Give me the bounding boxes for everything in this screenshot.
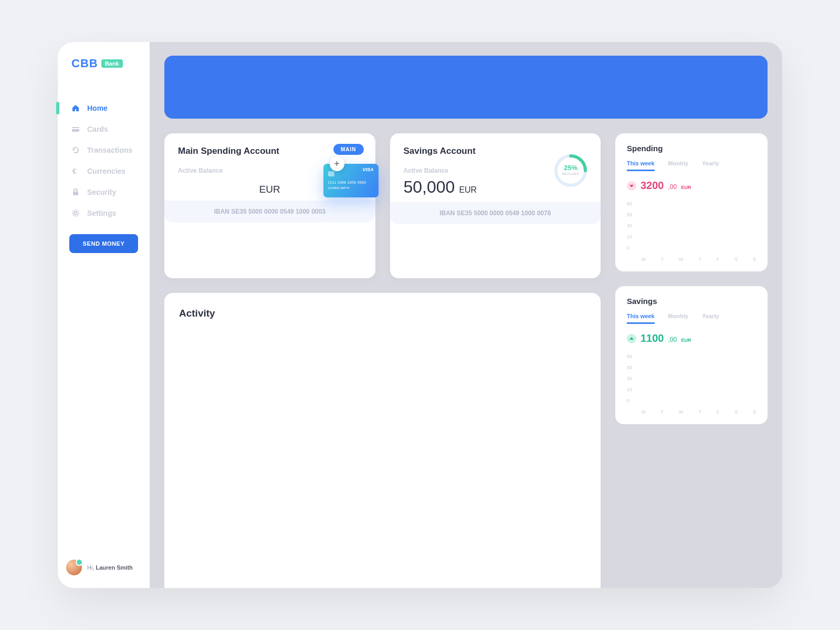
send-money-button[interactable]: SEND MONEY	[69, 234, 138, 253]
x-tick: S	[734, 257, 738, 262]
card-chip-icon	[328, 171, 334, 176]
refresh-icon	[71, 146, 80, 154]
goal-label: REACHED	[562, 172, 580, 175]
x-tick: W	[679, 257, 684, 262]
trend-down-icon	[627, 181, 636, 191]
main-content: Main Spending Account MAIN Active Balanc…	[150, 42, 782, 588]
savings-chart: 60 50 30 10 0 M T W T F S S	[627, 354, 756, 417]
tab-this-week[interactable]: This week	[627, 160, 655, 171]
x-tick: T	[660, 410, 664, 415]
x-tick: W	[679, 410, 684, 415]
tab-this-week[interactable]: This week	[627, 313, 655, 324]
credit-card[interactable]: + VISA 1111 2456 3456 4566 LAUREN SMITH	[323, 164, 379, 197]
activity-panel: Activity	[164, 293, 601, 589]
sidebar-item-transactions[interactable]: Transactions	[58, 140, 150, 161]
visa-logo: VISA	[362, 167, 373, 172]
svg-rect-1	[72, 128, 79, 129]
nav-label: Security	[87, 188, 116, 196]
y-axis: 60 50 30 10 0	[627, 201, 632, 250]
y-tick: 60	[627, 354, 632, 359]
sidebar-item-security[interactable]: Security	[58, 182, 150, 203]
nav-label: Settings	[87, 209, 116, 217]
activity-title: Activity	[179, 308, 586, 319]
svg-text:€: €	[72, 167, 77, 175]
add-card-button[interactable]: +	[330, 156, 344, 171]
iban-strip: IBAN SE35 5000 0000 0549 1000 0003	[164, 201, 375, 223]
stat-value: 3200	[640, 180, 664, 192]
nav-label: Transactions	[87, 146, 132, 154]
svg-point-5	[72, 210, 79, 216]
sidebar: CBB Bank Home Cards Transactions € Curre…	[58, 42, 150, 588]
logo-badge: Bank	[101, 59, 123, 68]
y-tick: 60	[627, 201, 632, 206]
stat-currency: EUR	[681, 338, 691, 343]
nav-label: Currencies	[87, 167, 125, 175]
tab-yearly[interactable]: Yearly	[702, 313, 719, 324]
x-tick: S	[734, 410, 738, 415]
stat-currency: EUR	[681, 185, 691, 190]
app-window: CBB Bank Home Cards Transactions € Curre…	[58, 42, 782, 588]
savings-stat: 1100,00 EUR	[627, 332, 756, 344]
tab-yearly[interactable]: Yearly	[702, 160, 719, 171]
y-tick: 30	[627, 223, 632, 228]
savings-widget: Savings This week Monhly Yearly 1100,00 …	[615, 286, 768, 424]
trend-up-icon	[627, 334, 636, 343]
widget-title: Spending	[627, 144, 756, 153]
sidebar-item-home[interactable]: Home	[58, 98, 150, 119]
gear-icon	[71, 209, 80, 217]
card-number: 1111 2456 3456 4566	[328, 181, 374, 184]
card-holder: LAUREN SMITH	[328, 186, 374, 190]
x-axis: M T W T F S S	[642, 257, 756, 262]
iban-strip: IBAN SE35 5000 0000 0549 1000 0078	[390, 202, 601, 224]
sidebar-item-settings[interactable]: Settings	[58, 203, 150, 224]
user-profile[interactable]: Hi, Lauren Smith	[58, 560, 150, 575]
y-tick: 30	[627, 376, 632, 381]
spending-chart: 60 50 30 10 0 M T W T F S S	[627, 201, 756, 264]
logo-text: CBB	[71, 57, 98, 70]
avatar	[66, 560, 82, 575]
widget-title: Savings	[627, 297, 756, 306]
x-tick: T	[660, 257, 664, 262]
logo: CBB Bank	[58, 57, 150, 86]
balance-currency: EUR	[459, 185, 477, 195]
x-tick: M	[642, 410, 646, 415]
right-column: Spending This week Monhly Yearly 3200,00…	[615, 133, 768, 588]
greeting-text: Hi,	[87, 564, 94, 571]
savings-tabs: This week Monhly Yearly	[627, 313, 756, 324]
notification-banner[interactable]	[164, 56, 768, 119]
spending-tabs: This week Monhly Yearly	[627, 160, 756, 171]
x-tick: F	[717, 410, 720, 415]
nav-label: Cards	[87, 125, 108, 133]
svg-rect-3	[73, 192, 78, 195]
main-spending-account-card[interactable]: Main Spending Account MAIN Active Balanc…	[164, 133, 375, 278]
card-icon	[71, 125, 80, 133]
x-tick: T	[698, 410, 701, 415]
y-axis: 60 50 30 10 0	[627, 354, 632, 403]
svg-rect-0	[72, 127, 79, 132]
x-tick: S	[753, 257, 756, 262]
home-icon	[71, 104, 80, 112]
stat-cents: ,00	[668, 336, 677, 343]
y-tick: 0	[627, 398, 632, 403]
goal-percent: 25%	[564, 164, 578, 172]
y-tick: 10	[627, 234, 632, 239]
x-tick: S	[753, 410, 756, 415]
stat-value: 1100	[640, 332, 664, 344]
x-tick: M	[642, 257, 646, 262]
user-greeting: Hi, Lauren Smith	[87, 564, 133, 571]
sidebar-item-cards[interactable]: Cards	[58, 119, 150, 140]
tab-monthly[interactable]: Monhly	[668, 160, 689, 171]
x-tick: T	[698, 257, 701, 262]
y-tick: 10	[627, 387, 632, 392]
goal-progress-ring: 25% REACHED	[552, 152, 589, 189]
tab-monthly[interactable]: Monhly	[668, 313, 689, 324]
nav: Home Cards Transactions € Currencies Sec…	[58, 98, 150, 224]
spending-stat: 3200,00 EUR	[627, 180, 756, 192]
spending-widget: Spending This week Monhly Yearly 3200,00…	[615, 133, 768, 271]
sidebar-item-currencies[interactable]: € Currencies	[58, 161, 150, 182]
user-name: Lauren Smith	[96, 564, 133, 571]
x-axis: M T W T F S S	[642, 410, 756, 415]
y-tick: 50	[627, 212, 632, 217]
x-tick: F	[717, 257, 720, 262]
savings-account-card[interactable]: Savings Account Active Balance 50,000 EU…	[390, 133, 601, 278]
